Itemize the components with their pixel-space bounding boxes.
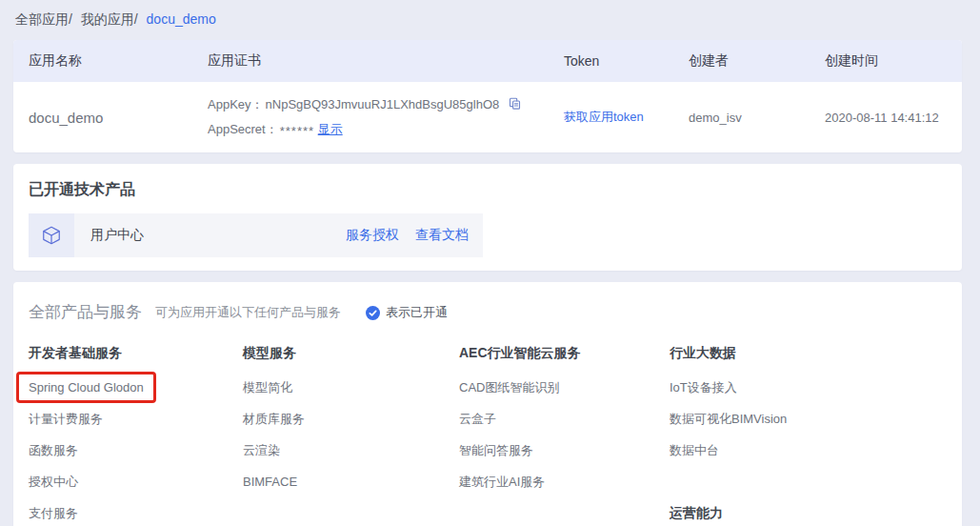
- appkey-value: nNpSgBQ93JmvuuRJ1LXhdBsgU85glhO8: [266, 97, 500, 111]
- all-products-title: 全部产品与服务: [29, 301, 142, 324]
- product-item-cad-recognition[interactable]: CAD图纸智能识别: [459, 372, 670, 403]
- breadcrumb-all-apps[interactable]: 全部应用: [15, 11, 69, 27]
- show-secret-link[interactable]: 显示: [318, 122, 343, 136]
- view-docs-link[interactable]: 查看文档: [415, 227, 469, 242]
- appsecret-label: AppSecret：: [208, 122, 278, 136]
- all-products-subtitle: 可为应用开通以下任何产品与服务: [155, 301, 341, 324]
- activated-products-title: 已开通技术产品: [29, 179, 947, 200]
- product-column-industry-bigdata: 行业大数据 IoT设备接入 数据可视化BIMVision 数据中台 运营能力: [670, 345, 947, 526]
- token-cell: 获取应用token: [564, 109, 689, 126]
- product-item-spring-cloud-glodon[interactable]: Spring Cloud Glodon: [29, 372, 243, 403]
- all-products-card: 全部产品与服务 可为应用开通以下任何产品与服务 表示已开通 开发者基础服务 Sp…: [13, 282, 962, 526]
- product-item-data-platform[interactable]: 数据中台: [670, 435, 947, 466]
- user-center-row: 用户中心 服务授权 查看文档: [29, 213, 483, 257]
- column-header-model-services: 模型服务: [243, 345, 459, 364]
- table-header-row: 应用名称 应用证书 Token 创建者 创建时间: [13, 40, 962, 82]
- product-item-qa-service[interactable]: 智能问答服务: [459, 435, 670, 466]
- all-products-title-row: 全部产品与服务 可为应用开通以下任何产品与服务 表示已开通: [29, 301, 947, 324]
- product-item-auth-center[interactable]: 授权中心: [29, 466, 243, 497]
- appsecret-line: AppSecret：****** 显示: [208, 118, 564, 141]
- product-item-iot-access[interactable]: IoT设备接入: [670, 372, 947, 403]
- appkey-label: AppKey：: [208, 97, 264, 111]
- col-header-token: Token: [564, 53, 689, 69]
- app-info-card: 应用名称 应用证书 Token 创建者 创建时间 docu_demo AppKe…: [13, 40, 962, 152]
- created-time-cell: 2020-08-11 14:41:12: [825, 111, 947, 125]
- cube-icon: [29, 213, 74, 257]
- col-header-app-name: 应用名称: [29, 52, 208, 70]
- appsecret-value: ******: [280, 124, 314, 138]
- product-column-aec-cloud: AEC行业智能云服务 CAD图纸智能识别 云盒子 智能问答服务 建筑行业AI服务: [459, 345, 670, 526]
- product-item-function-service[interactable]: 函数服务: [29, 435, 243, 466]
- product-row-links: 服务授权 查看文档: [346, 227, 483, 244]
- column-header-developer-basic: 开发者基础服务: [29, 345, 243, 364]
- product-item-model-simplify[interactable]: 模型简化: [243, 372, 459, 403]
- product-item-bimvision[interactable]: 数据可视化BIMVision: [670, 403, 947, 435]
- col-header-created-time: 创建时间: [825, 52, 947, 70]
- breadcrumb-separator: /: [69, 11, 72, 27]
- products-grid: 开发者基础服务 Spring Cloud Glodon 计量计费服务 函数服务 …: [29, 345, 947, 526]
- creator-cell: demo_isv: [689, 111, 825, 125]
- product-item-bimface[interactable]: BIMFACE: [243, 466, 459, 497]
- product-name-user-center: 用户中心: [90, 227, 144, 244]
- app-detail-page: 全部应用/ 我的应用/ docu_demo 应用名称 应用证书 Token 创建…: [0, 0, 980, 526]
- product-item-cloud-box[interactable]: 云盒子: [459, 403, 670, 435]
- activated-legend-label: 表示已开通: [386, 301, 448, 324]
- red-annotation-box: Spring Cloud Glodon: [16, 372, 156, 403]
- breadcrumb: 全部应用/ 我的应用/ docu_demo: [13, 10, 962, 29]
- check-circle-icon: [366, 306, 380, 320]
- breadcrumb-my-apps[interactable]: 我的应用: [81, 11, 134, 27]
- product-item-metering-billing[interactable]: 计量计费服务: [29, 403, 243, 435]
- get-token-link[interactable]: 获取应用token: [564, 110, 644, 124]
- app-cert-cell: AppKey：nNpSgBQ93JmvuuRJ1LXhdBsgU85glhO8 …: [208, 93, 564, 141]
- product-item-material-library[interactable]: 材质库服务: [243, 403, 459, 435]
- product-item-cloud-render[interactable]: 云渲染: [243, 435, 459, 466]
- product-item-construction-ai[interactable]: 建筑行业AI服务: [459, 466, 670, 497]
- product-column-developer-basic: 开发者基础服务 Spring Cloud Glodon 计量计费服务 函数服务 …: [29, 345, 243, 526]
- product-column-model-services: 模型服务 模型简化 材质库服务 云渲染 BIMFACE: [243, 345, 459, 526]
- col-header-app-cert: 应用证书: [208, 52, 564, 70]
- product-item-payment-service[interactable]: 支付服务: [29, 497, 243, 526]
- column-spacer: [670, 466, 947, 497]
- column-header-operation-capability: 运营能力: [670, 497, 947, 526]
- app-name-cell: docu_demo: [29, 110, 208, 126]
- copy-icon[interactable]: [508, 95, 522, 118]
- appkey-line: AppKey：nNpSgBQ93JmvuuRJ1LXhdBsgU85glhO8: [208, 93, 564, 118]
- column-header-aec-cloud: AEC行业智能云服务: [459, 345, 670, 364]
- column-header-industry-bigdata: 行业大数据: [670, 345, 947, 364]
- breadcrumb-current-app[interactable]: docu_demo: [147, 11, 216, 27]
- breadcrumb-separator: /: [134, 11, 138, 27]
- col-header-creator: 创建者: [689, 52, 825, 70]
- service-auth-link[interactable]: 服务授权: [346, 227, 399, 242]
- activated-products-card: 已开通技术产品 用户中心 服务授权 查看文档: [13, 164, 962, 271]
- table-row: docu_demo AppKey：nNpSgBQ93JmvuuRJ1LXhdBs…: [13, 82, 962, 152]
